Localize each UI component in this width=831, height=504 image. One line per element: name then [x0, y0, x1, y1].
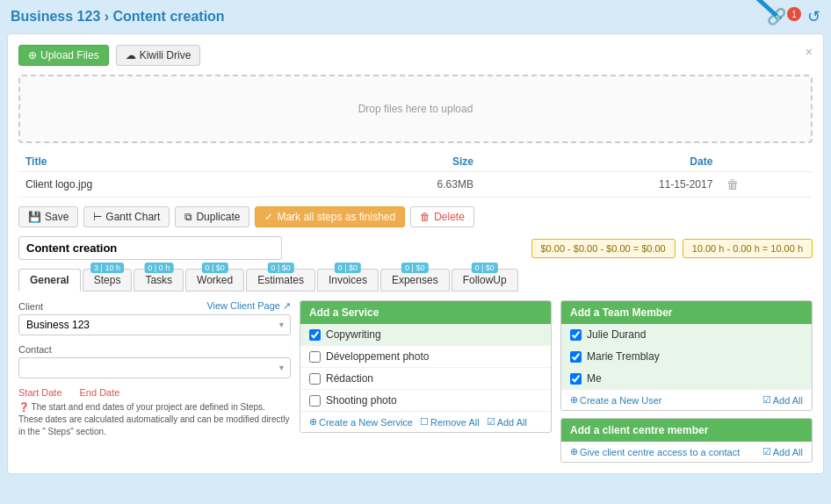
service-checkbox[interactable]	[309, 395, 321, 407]
client-centre-footer: ⊕ Give client centre access to a contact…	[561, 442, 812, 462]
upload-buttons: ⊕ Upload Files ☁ Kiwili Drive ×	[18, 45, 813, 66]
service-item[interactable]: Développement photo	[300, 346, 551, 368]
gantt-icon: ⊢	[93, 211, 102, 223]
service-label: Copywriting	[326, 328, 381, 341]
header-icons: 🔗 1 ↺	[767, 7, 820, 26]
upload-files-button[interactable]: ⊕ Upload Files	[18, 45, 109, 66]
toolbar: 💾 Save ⊢ Gantt Chart ⧉ Duplicate ✓ Mark …	[18, 206, 813, 227]
team-items: Julie Durand Marie Tremblay Me	[561, 324, 812, 390]
delete-file-icon[interactable]: 🗑	[726, 177, 739, 191]
team-member-label: Marie Tremblay	[587, 350, 660, 363]
mark-finished-button[interactable]: ✓ Mark all steps as finished	[255, 206, 405, 227]
service-item[interactable]: Shooting photo	[300, 390, 551, 412]
tab-followup[interactable]: 0 | $0FollowUp	[452, 269, 518, 292]
tab-general[interactable]: General	[18, 269, 81, 292]
budget-badge: $0.00 - $0.00 - $0.00 = $0.00	[531, 239, 676, 258]
project-row: $0.00 - $0.00 - $0.00 = $0.00 10.00 h - …	[18, 236, 813, 260]
tab-worked[interactable]: 0 | $0Worked	[185, 269, 244, 292]
service-header: Add a Service	[300, 301, 551, 324]
gantt-chart-button[interactable]: ⊢ Gantt Chart	[83, 206, 170, 227]
contact-select[interactable]	[18, 357, 291, 378]
client-select[interactable]: Business 123	[18, 314, 291, 335]
blue-arrow-annotation	[706, 0, 794, 20]
team-member-item[interactable]: Marie Tremblay	[561, 346, 812, 368]
services-panel: Add a Service Copywriting Développement …	[300, 300, 552, 463]
team-member-item[interactable]: Me	[561, 368, 812, 390]
start-date-label: Start Date	[18, 387, 62, 398]
tab-invoices-label: Invoices	[329, 274, 367, 286]
file-delete[interactable]: 🗑	[719, 172, 813, 198]
team-member-item[interactable]: Julie Durand	[561, 324, 812, 346]
contact-select-wrapper	[18, 357, 291, 378]
plus-icon: ⊕	[309, 416, 317, 428]
team-checkbox[interactable]	[570, 373, 582, 385]
content-grid: Client View Client Page ↗ Business 123 C…	[18, 300, 813, 463]
create-new-user-link[interactable]: ⊕ Create a New User	[570, 394, 662, 406]
tab-steps[interactable]: 3 | 10 hSteps	[83, 269, 133, 292]
date-row: Start Date End Date	[18, 387, 291, 398]
add-all-team-link[interactable]: ☑ Add All	[762, 394, 803, 406]
service-item[interactable]: Rédaction	[300, 368, 551, 390]
tab-worked-label: Worked	[197, 274, 233, 286]
view-client-link[interactable]: View Client Page ↗	[206, 300, 291, 312]
tab-estimates[interactable]: 0 | $0Estimates	[246, 269, 315, 292]
add-all-centre-link[interactable]: ☑ Add All	[762, 446, 803, 457]
team-checkbox[interactable]	[570, 351, 582, 363]
plus-user-icon: ⊕	[570, 394, 578, 406]
tab-tasks[interactable]: 0 | 0 hTasks	[134, 269, 184, 292]
close-upload-button[interactable]: ×	[806, 45, 813, 59]
team-header: Add a Team Member	[561, 301, 812, 324]
main-panel: ⊕ Upload Files ☁ Kiwili Drive × Drop fil…	[7, 33, 824, 474]
service-checkbox[interactable]	[309, 351, 321, 363]
team-footer: ⊕ Create a New User ☑ Add All	[561, 390, 812, 410]
contact-label: Contact	[18, 344, 291, 355]
file-name: Client logo.jpg	[18, 172, 303, 198]
contact-field-group: Contact	[18, 344, 291, 378]
remove-all-services-link[interactable]: ☐ Remove All	[420, 416, 480, 428]
give-access-link[interactable]: ⊕ Give client centre access to a contact	[570, 446, 740, 457]
team-member-label: Julie Durand	[587, 328, 646, 341]
add-all-services-link[interactable]: ☑ Add All	[487, 416, 527, 428]
upload-section: ⊕ Upload Files ☁ Kiwili Drive × Drop fil…	[18, 45, 813, 198]
check-icon: ✓	[264, 211, 273, 223]
breadcrumb: Business 123 › Content creation	[11, 9, 225, 25]
breadcrumb-business: Business 123	[11, 9, 100, 24]
tab-expenses[interactable]: 0 | $0Expenses	[380, 269, 450, 292]
tab-steps-label: Steps	[94, 274, 121, 286]
file-table: Title Size Date Client logo.jpg 6.63MB 1…	[18, 152, 813, 198]
check-centre-icon: ☑	[762, 446, 771, 457]
upload-plus-icon: ⊕	[28, 49, 37, 61]
history-icon[interactable]: ↺	[807, 7, 820, 26]
plus-centre-icon: ⊕	[570, 446, 578, 457]
tab-invoices[interactable]: 0 | $0Invoices	[317, 269, 379, 292]
svg-line-1	[724, 0, 777, 16]
duplicate-button[interactable]: ⧉ Duplicate	[175, 206, 249, 227]
project-name-input[interactable]	[18, 236, 282, 260]
date-info-text: ❓ The start and end dates of your projec…	[18, 401, 291, 438]
col-title: Title	[18, 152, 303, 172]
tabs-row: General3 | 10 hSteps0 | 0 hTasks0 | $0Wo…	[18, 269, 813, 292]
kiwili-drive-button[interactable]: ☁ Kiwili Drive	[116, 45, 201, 66]
save-button[interactable]: 💾 Save	[18, 206, 78, 227]
team-checkbox[interactable]	[570, 329, 582, 341]
service-label: Rédaction	[326, 372, 373, 385]
tab-general-label: General	[30, 274, 69, 286]
team-member-label: Me	[587, 372, 602, 385]
table-row: Client logo.jpg 6.63MB 11-15-2017 🗑	[18, 172, 813, 198]
create-new-service-link[interactable]: ⊕ Create a New Service	[309, 416, 413, 428]
end-date-label: End Date	[80, 387, 120, 398]
delete-button[interactable]: 🗑 Delete	[410, 206, 474, 227]
tab-estimates-label: Estimates	[257, 274, 304, 286]
tab-expenses-label: Expenses	[392, 274, 438, 286]
left-panel: Client View Client Page ↗ Business 123 C…	[18, 300, 291, 463]
service-checkbox[interactable]	[309, 329, 321, 341]
service-item[interactable]: Copywriting	[300, 324, 551, 346]
tab-tasks-label: Tasks	[145, 274, 172, 286]
right-panel: Add a Team Member Julie Durand Marie Tre…	[560, 300, 813, 463]
service-footer: ⊕ Create a New Service ☐ Remove All ☑ Ad…	[300, 412, 551, 432]
service-checkbox[interactable]	[309, 373, 321, 385]
service-label: Développement photo	[326, 350, 429, 363]
drop-zone[interactable]: Drop files here to upload	[18, 75, 813, 143]
col-size: Size	[303, 152, 481, 172]
page-header: Business 123 › Content creation 🔗 1 ↺	[0, 0, 831, 33]
